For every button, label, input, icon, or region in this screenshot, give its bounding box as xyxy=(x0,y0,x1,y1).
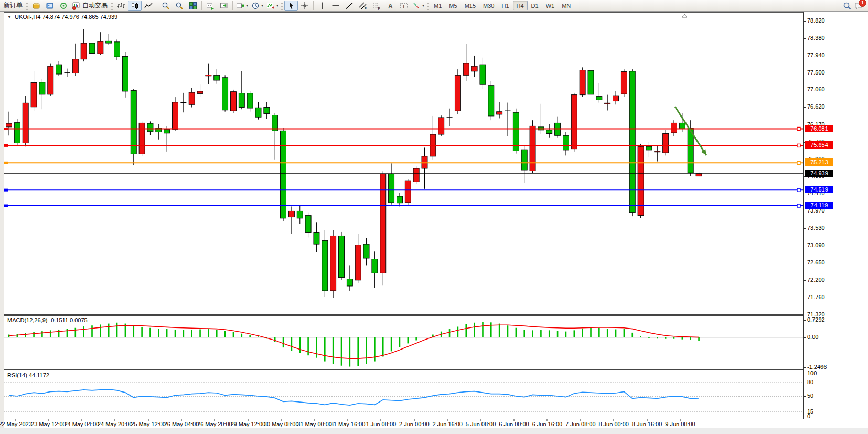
time-tick-label: 23 May 12:00 xyxy=(31,421,66,427)
timeframe-button-m30[interactable]: M30 xyxy=(479,1,498,10)
timeframe-button-mn[interactable]: MN xyxy=(558,1,574,10)
notifications-button[interactable]: 1 xyxy=(854,2,863,10)
toolbar-separator xyxy=(232,1,233,10)
auto-trading-button[interactable]: 自动交易 xyxy=(70,1,110,11)
zoom-out-icon[interactable] xyxy=(173,1,186,11)
toolbar-grip xyxy=(26,2,28,10)
period-icon[interactable]: ▾ xyxy=(250,1,265,11)
price-tick-label: 73.090 xyxy=(807,242,825,248)
timeframe-button-h4[interactable]: H4 xyxy=(513,1,528,10)
window-left-edge xyxy=(0,12,4,428)
timeframe-button-w1[interactable]: W1 xyxy=(542,1,559,10)
signals-icon[interactable] xyxy=(57,1,70,11)
time-tick-label: 8 Jun 16:00 xyxy=(632,421,662,427)
crosshair-icon[interactable] xyxy=(298,1,312,11)
horizontal-line-icon[interactable] xyxy=(329,1,342,11)
timeframe-button-m15[interactable]: M15 xyxy=(461,1,479,10)
zoom-in-icon[interactable] xyxy=(159,1,173,11)
line-chart-icon[interactable] xyxy=(142,1,155,11)
price-axis[interactable]: 78.82078.38077.94077.50077.06076.62076.1… xyxy=(803,12,840,419)
chart-shift-marker[interactable] xyxy=(682,14,687,17)
macd-tick xyxy=(804,320,806,321)
label-icon[interactable]: T xyxy=(397,1,411,11)
fibonacci-icon: F xyxy=(372,2,381,10)
price-tick-label: 78.380 xyxy=(807,35,825,41)
time-tick-label: 24 May 20:00 xyxy=(98,421,133,427)
time-axis[interactable]: 22 May 202323 May 12:0024 May 04:0024 Ma… xyxy=(4,419,840,428)
rsi-indicator-pane[interactable]: RSI(14) 44.1172 xyxy=(4,371,803,419)
current-price-tag: 74.939 xyxy=(805,170,833,177)
text-icon: A xyxy=(386,2,394,10)
svg-text:F: F xyxy=(378,6,380,10)
profile-community-icon[interactable] xyxy=(43,1,57,11)
text-icon[interactable]: A xyxy=(383,1,397,11)
search-button[interactable] xyxy=(843,2,851,10)
timeframe-button-m1[interactable]: M1 xyxy=(430,1,445,10)
time-tick-label: 31 May 16:00 xyxy=(330,421,366,427)
macd-tick-label: 0.00 xyxy=(807,334,818,340)
chart-shift-icon[interactable] xyxy=(217,1,231,11)
tile-windows-icon[interactable] xyxy=(186,1,200,11)
time-tick-label: 7 Jun 08:00 xyxy=(565,421,596,427)
profile-community-icon xyxy=(46,2,54,10)
price-chart-pane[interactable] xyxy=(4,12,803,315)
macd-tick-label: 0.7292 xyxy=(807,316,825,323)
macd-indicator-pane[interactable]: MACD(12,26,9) -0.1511 0.0075 xyxy=(4,316,803,369)
zoom-out-icon xyxy=(175,2,184,10)
candlestick-chart-icon[interactable] xyxy=(128,1,142,11)
vertical-line-icon[interactable] xyxy=(315,1,329,11)
time-tick-label: 29 May 12:00 xyxy=(230,421,265,427)
toolbar-grip xyxy=(281,2,283,10)
new-chart-icon[interactable]: ▾ xyxy=(234,1,250,11)
price-tick xyxy=(804,56,806,56)
toolbar-grip xyxy=(111,2,113,10)
timeframe-button-d1[interactable]: D1 xyxy=(528,1,542,10)
rsi-tick xyxy=(804,374,806,374)
time-tick-label: 24 May 04:00 xyxy=(64,421,99,427)
macd-histogram xyxy=(9,322,699,366)
price-tick xyxy=(804,246,806,246)
rsi-tick xyxy=(804,417,806,417)
macd-tick-label: -1.2466 xyxy=(807,364,827,370)
price-level-line[interactable] xyxy=(4,161,803,164)
price-chart-canvas xyxy=(4,13,803,315)
trendline-icon[interactable] xyxy=(342,1,356,11)
price-level-line[interactable] xyxy=(4,204,803,207)
timeframe-button-h1[interactable]: H1 xyxy=(498,1,512,10)
chart-title-text: UKOil-,H4 74.874 74.976 74.865 74.939 xyxy=(15,14,117,20)
trendline-icon xyxy=(345,2,353,10)
cursor-icon[interactable] xyxy=(284,1,298,11)
price-tick-label: 78.820 xyxy=(807,17,825,24)
time-tick-label: 30 May 08:00 xyxy=(264,421,299,427)
search-icon xyxy=(843,2,851,10)
fibonacci-icon[interactable]: F xyxy=(370,1,383,11)
auto-scroll-icon xyxy=(206,2,215,10)
time-tick-label: 6 Jun 00:00 xyxy=(499,421,529,427)
timeframe-button-m5[interactable]: M5 xyxy=(445,1,460,10)
arrows-icon[interactable]: ▾ xyxy=(411,1,426,11)
time-tick-label: 1 Jun 08:00 xyxy=(366,421,397,427)
price-tick xyxy=(804,194,806,194)
time-tick-label: 26 May 04:00 xyxy=(164,421,199,427)
auto-scroll-icon[interactable] xyxy=(203,1,217,11)
symbol-collapse-icon[interactable]: ▼ xyxy=(7,15,12,19)
new-order-button[interactable]: 新订单 xyxy=(1,1,25,11)
trading-terminal-window: 新订单自动交易▾▾▾EFAT▾M1M5M15M30H1H4D1W1MN1 MAC… xyxy=(0,0,868,434)
window-bottom-edge xyxy=(0,428,868,434)
rsi-line xyxy=(9,389,699,405)
rsi-tick xyxy=(804,412,806,412)
indicators-icon[interactable]: ▾ xyxy=(265,1,280,11)
price-level-line[interactable] xyxy=(4,188,803,192)
time-tick-label: 2 Jun 00:00 xyxy=(399,421,430,427)
bar-chart-icon[interactable] xyxy=(114,1,128,11)
vertical-line-icon xyxy=(318,2,326,10)
time-tick-label: 31 May 00:00 xyxy=(297,421,332,427)
price-level-line[interactable] xyxy=(4,144,803,147)
toolbar-separator xyxy=(157,1,157,10)
line-chart-icon xyxy=(144,2,153,10)
channel-icon: E xyxy=(359,2,367,10)
channel-icon[interactable]: E xyxy=(356,1,370,11)
time-tick-label: 8 Jun 00:00 xyxy=(598,421,629,427)
candlestick-chart-icon xyxy=(131,2,139,10)
market-icon[interactable] xyxy=(29,1,43,11)
